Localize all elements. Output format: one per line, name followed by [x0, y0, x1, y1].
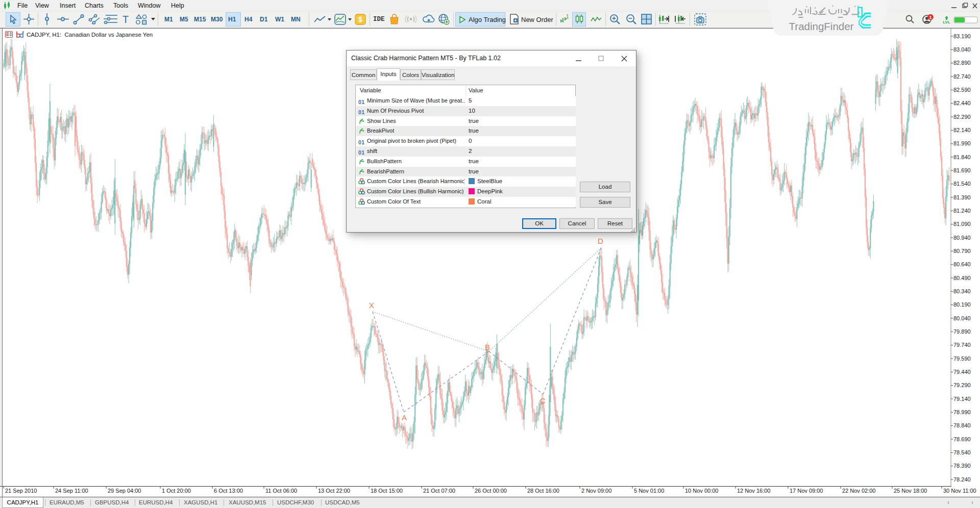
svg-text:21 Sep 2010: 21 Sep 2010: [5, 488, 37, 494]
svg-text:B: B: [485, 343, 490, 351]
svg-text:17 Nov 09:00: 17 Nov 09:00: [790, 488, 823, 494]
svg-text:80.190: 80.190: [953, 301, 971, 308]
svg-text:81.540: 81.540: [953, 181, 971, 187]
svg-text:81.990: 81.990: [953, 140, 971, 146]
svg-text:78.390: 78.390: [953, 463, 971, 469]
svg-text:21 Oct 07:00: 21 Oct 07:00: [423, 488, 455, 494]
svg-text:80.790: 80.790: [953, 248, 971, 254]
svg-text:82.290: 82.290: [953, 114, 971, 120]
svg-text:22 Nov 02:00: 22 Nov 02:00: [842, 488, 875, 494]
svg-text:TradingFinder: TradingFinder: [789, 20, 854, 32]
svg-text:78.840: 78.840: [953, 422, 971, 428]
svg-text:80.040: 80.040: [953, 315, 971, 321]
svg-text:1: 1: [566, 14, 569, 19]
svg-text:83.040: 83.040: [953, 46, 971, 53]
svg-text:12 Nov 16:00: 12 Nov 16:00: [737, 488, 770, 494]
svg-text:LVL: LVL: [943, 20, 950, 24]
svg-text:$: $: [358, 15, 362, 23]
svg-text:78.240: 78.240: [953, 476, 971, 482]
svg-text:81.390: 81.390: [953, 194, 971, 200]
svg-text:81.840: 81.840: [953, 154, 971, 160]
svg-text:78.540: 78.540: [953, 449, 971, 455]
svg-text:81.090: 81.090: [953, 221, 971, 227]
svg-text:79.290: 79.290: [953, 382, 971, 388]
svg-text:79.440: 79.440: [953, 369, 971, 375]
svg-text:78.690: 78.690: [953, 436, 971, 442]
svg-text:78.990: 78.990: [953, 409, 971, 415]
svg-text:26 Oct 00:00: 26 Oct 00:00: [475, 488, 507, 494]
svg-text:82.140: 82.140: [953, 127, 971, 133]
svg-text:29 Sep 04:00: 29 Sep 04:00: [108, 488, 141, 494]
svg-text:82.440: 82.440: [953, 100, 971, 106]
svg-text:D: D: [598, 237, 603, 245]
svg-text:5 Nov 01:00: 5 Nov 01:00: [634, 488, 664, 494]
svg-text:79.590: 79.590: [953, 355, 971, 362]
svg-text:18 Oct 15:00: 18 Oct 15:00: [371, 488, 403, 494]
svg-text:10 Nov 00:00: 10 Nov 00:00: [685, 488, 718, 494]
svg-text:28 Oct 16:00: 28 Oct 16:00: [527, 488, 559, 494]
svg-text:79.890: 79.890: [953, 328, 971, 335]
svg-text:A: A: [402, 413, 407, 422]
svg-text:82.890: 82.890: [953, 60, 971, 66]
svg-text:24 Sep 11:00: 24 Sep 11:00: [55, 488, 88, 494]
svg-text:1: 1: [929, 15, 932, 20]
svg-text:80.940: 80.940: [953, 235, 971, 241]
svg-text:2 Nov 09:00: 2 Nov 09:00: [581, 488, 611, 494]
svg-text:X: X: [369, 301, 374, 310]
svg-text:6 Oct 13:00: 6 Oct 13:00: [214, 488, 243, 494]
svg-text:80.640: 80.640: [953, 261, 971, 267]
svg-text:82.590: 82.590: [953, 87, 971, 93]
svg-text:25 Nov 18:00: 25 Nov 18:00: [894, 488, 927, 494]
svg-text:C: C: [540, 396, 546, 405]
svg-text:81.240: 81.240: [953, 208, 971, 214]
svg-text:82.740: 82.740: [953, 73, 971, 80]
svg-text:81.690: 81.690: [953, 167, 971, 173]
svg-text:80.340: 80.340: [953, 288, 971, 294]
svg-text:13 Oct 22:00: 13 Oct 22:00: [318, 488, 350, 494]
svg-text:30 Nov 11:00: 30 Nov 11:00: [943, 488, 976, 494]
svg-text:1 Oct 20:00: 1 Oct 20:00: [162, 488, 191, 494]
svg-text:83.190: 83.190: [953, 33, 971, 39]
svg-text:79.740: 79.740: [953, 342, 971, 348]
svg-text:79.140: 79.140: [953, 396, 971, 402]
svg-text:11 Oct 06:00: 11 Oct 06:00: [265, 488, 297, 494]
svg-text:80.490: 80.490: [953, 275, 971, 281]
